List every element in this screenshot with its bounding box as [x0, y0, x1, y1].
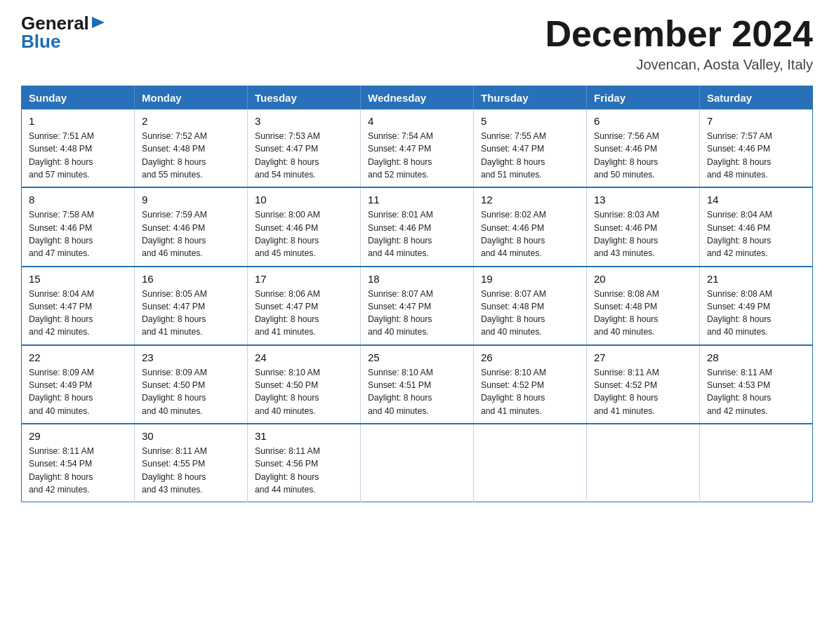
logo: General Blue [21, 14, 105, 51]
day-info: Sunrise: 8:02 AMSunset: 4:46 PMDaylight:… [481, 208, 579, 260]
day-info: Sunrise: 8:09 AMSunset: 4:49 PMDaylight:… [29, 366, 127, 417]
day-number: 19 [481, 273, 579, 285]
day-info: Sunrise: 8:08 AMSunset: 4:49 PMDaylight:… [707, 288, 805, 339]
day-number: 14 [707, 194, 805, 206]
day-info: Sunrise: 8:11 AMSunset: 4:53 PMDaylight:… [707, 366, 805, 417]
day-number: 4 [368, 115, 466, 127]
calendar-cell: 21Sunrise: 8:08 AMSunset: 4:49 PMDayligh… [700, 267, 813, 345]
day-info: Sunrise: 7:59 AMSunset: 4:46 PMDaylight:… [142, 208, 240, 260]
calendar-cell [474, 424, 587, 502]
day-number: 16 [142, 273, 240, 285]
day-number: 20 [594, 273, 692, 285]
calendar-cell: 28Sunrise: 8:11 AMSunset: 4:53 PMDayligh… [700, 345, 813, 424]
day-info: Sunrise: 8:07 AMSunset: 4:48 PMDaylight:… [481, 288, 579, 339]
calendar-cell: 9Sunrise: 7:59 AMSunset: 4:46 PMDaylight… [135, 187, 248, 266]
calendar-cell: 19Sunrise: 8:07 AMSunset: 4:48 PMDayligh… [474, 267, 587, 345]
calendar-cell: 1Sunrise: 7:51 AMSunset: 4:48 PMDaylight… [22, 109, 135, 187]
day-info: Sunrise: 8:06 AMSunset: 4:47 PMDaylight:… [255, 288, 353, 339]
day-number: 2 [142, 115, 240, 127]
day-info: Sunrise: 7:54 AMSunset: 4:47 PMDaylight:… [368, 130, 466, 181]
day-number: 1 [29, 115, 127, 127]
calendar-header-row: SundayMondayTuesdayWednesdayThursdayFrid… [22, 86, 813, 110]
day-info: Sunrise: 8:08 AMSunset: 4:48 PMDaylight:… [594, 288, 692, 339]
day-info: Sunrise: 7:57 AMSunset: 4:46 PMDaylight:… [707, 130, 805, 181]
calendar-cell: 12Sunrise: 8:02 AMSunset: 4:46 PMDayligh… [474, 187, 587, 266]
calendar-cell: 5Sunrise: 7:55 AMSunset: 4:47 PMDaylight… [474, 109, 587, 187]
calendar-cell: 26Sunrise: 8:10 AMSunset: 4:52 PMDayligh… [474, 345, 587, 424]
day-info: Sunrise: 7:56 AMSunset: 4:46 PMDaylight:… [594, 130, 692, 181]
calendar-cell [587, 424, 700, 502]
calendar-cell: 8Sunrise: 7:58 AMSunset: 4:46 PMDaylight… [22, 187, 135, 266]
calendar-cell: 23Sunrise: 8:09 AMSunset: 4:50 PMDayligh… [135, 345, 248, 424]
day-info: Sunrise: 8:07 AMSunset: 4:47 PMDaylight:… [368, 288, 466, 339]
week-row-4: 22Sunrise: 8:09 AMSunset: 4:49 PMDayligh… [22, 345, 813, 424]
day-info: Sunrise: 7:53 AMSunset: 4:47 PMDaylight:… [255, 130, 353, 181]
day-number: 24 [255, 351, 353, 363]
day-info: Sunrise: 8:10 AMSunset: 4:50 PMDaylight:… [255, 366, 353, 417]
calendar-cell: 30Sunrise: 8:11 AMSunset: 4:55 PMDayligh… [135, 424, 248, 502]
day-number: 22 [29, 351, 127, 363]
day-info: Sunrise: 7:51 AMSunset: 4:48 PMDaylight:… [29, 130, 127, 181]
week-row-1: 1Sunrise: 7:51 AMSunset: 4:48 PMDaylight… [22, 109, 813, 187]
column-header-saturday: Saturday [700, 86, 813, 110]
column-header-friday: Friday [587, 86, 700, 110]
page-header: General Blue December 2024 Jovencan, Aos… [21, 14, 813, 73]
svg-marker-0 [92, 17, 105, 28]
day-info: Sunrise: 8:04 AMSunset: 4:47 PMDaylight:… [29, 288, 127, 339]
calendar-cell: 6Sunrise: 7:56 AMSunset: 4:46 PMDaylight… [587, 109, 700, 187]
day-info: Sunrise: 7:55 AMSunset: 4:47 PMDaylight:… [481, 130, 579, 181]
calendar-cell: 22Sunrise: 8:09 AMSunset: 4:49 PMDayligh… [22, 345, 135, 424]
day-info: Sunrise: 8:11 AMSunset: 4:55 PMDaylight:… [142, 445, 240, 496]
day-number: 10 [255, 194, 353, 206]
day-number: 9 [142, 194, 240, 206]
logo-blue-text: Blue [21, 32, 60, 51]
day-number: 26 [481, 351, 579, 363]
day-number: 5 [481, 115, 579, 127]
title-area: December 2024 Jovencan, Aosta Valley, It… [545, 14, 813, 73]
calendar-cell [700, 424, 813, 502]
calendar-cell [361, 424, 474, 502]
day-info: Sunrise: 8:11 AMSunset: 4:56 PMDaylight:… [255, 445, 353, 496]
calendar-cell: 25Sunrise: 8:10 AMSunset: 4:51 PMDayligh… [361, 345, 474, 424]
day-number: 29 [29, 430, 127, 442]
calendar-cell: 27Sunrise: 8:11 AMSunset: 4:52 PMDayligh… [587, 345, 700, 424]
calendar-cell: 20Sunrise: 8:08 AMSunset: 4:48 PMDayligh… [587, 267, 700, 345]
day-info: Sunrise: 8:03 AMSunset: 4:46 PMDaylight:… [594, 208, 692, 260]
day-info: Sunrise: 8:09 AMSunset: 4:50 PMDaylight:… [142, 366, 240, 417]
calendar-cell: 10Sunrise: 8:00 AMSunset: 4:46 PMDayligh… [248, 187, 361, 266]
month-title: December 2024 [545, 14, 813, 54]
day-number: 3 [255, 115, 353, 127]
day-number: 30 [142, 430, 240, 442]
day-number: 25 [368, 351, 466, 363]
day-number: 17 [255, 273, 353, 285]
calendar-cell: 16Sunrise: 8:05 AMSunset: 4:47 PMDayligh… [135, 267, 248, 345]
day-info: Sunrise: 7:58 AMSunset: 4:46 PMDaylight:… [29, 208, 127, 260]
day-info: Sunrise: 8:11 AMSunset: 4:54 PMDaylight:… [29, 445, 127, 496]
day-number: 11 [368, 194, 466, 206]
calendar-cell: 11Sunrise: 8:01 AMSunset: 4:46 PMDayligh… [361, 187, 474, 266]
calendar-cell: 29Sunrise: 8:11 AMSunset: 4:54 PMDayligh… [22, 424, 135, 502]
calendar-cell: 17Sunrise: 8:06 AMSunset: 4:47 PMDayligh… [248, 267, 361, 345]
day-info: Sunrise: 8:01 AMSunset: 4:46 PMDaylight:… [368, 208, 466, 260]
calendar-table: SundayMondayTuesdayWednesdayThursdayFrid… [21, 86, 813, 502]
day-number: 8 [29, 194, 127, 206]
day-info: Sunrise: 8:10 AMSunset: 4:52 PMDaylight:… [481, 366, 579, 417]
day-info: Sunrise: 8:10 AMSunset: 4:51 PMDaylight:… [368, 366, 466, 417]
day-info: Sunrise: 8:04 AMSunset: 4:46 PMDaylight:… [707, 208, 805, 260]
calendar-cell: 7Sunrise: 7:57 AMSunset: 4:46 PMDaylight… [700, 109, 813, 187]
day-info: Sunrise: 7:52 AMSunset: 4:48 PMDaylight:… [142, 130, 240, 181]
logo-general-text: General [21, 14, 89, 32]
location-text: Jovencan, Aosta Valley, Italy [545, 57, 813, 73]
week-row-2: 8Sunrise: 7:58 AMSunset: 4:46 PMDaylight… [22, 187, 813, 266]
logo-triangle-icon [92, 17, 105, 28]
calendar-cell: 31Sunrise: 8:11 AMSunset: 4:56 PMDayligh… [248, 424, 361, 502]
day-number: 31 [255, 430, 353, 442]
day-number: 7 [707, 115, 805, 127]
day-number: 18 [368, 273, 466, 285]
day-number: 27 [594, 351, 692, 363]
day-number: 28 [707, 351, 805, 363]
calendar-cell: 13Sunrise: 8:03 AMSunset: 4:46 PMDayligh… [587, 187, 700, 266]
column-header-monday: Monday [135, 86, 248, 110]
calendar-cell: 15Sunrise: 8:04 AMSunset: 4:47 PMDayligh… [22, 267, 135, 345]
day-number: 15 [29, 273, 127, 285]
